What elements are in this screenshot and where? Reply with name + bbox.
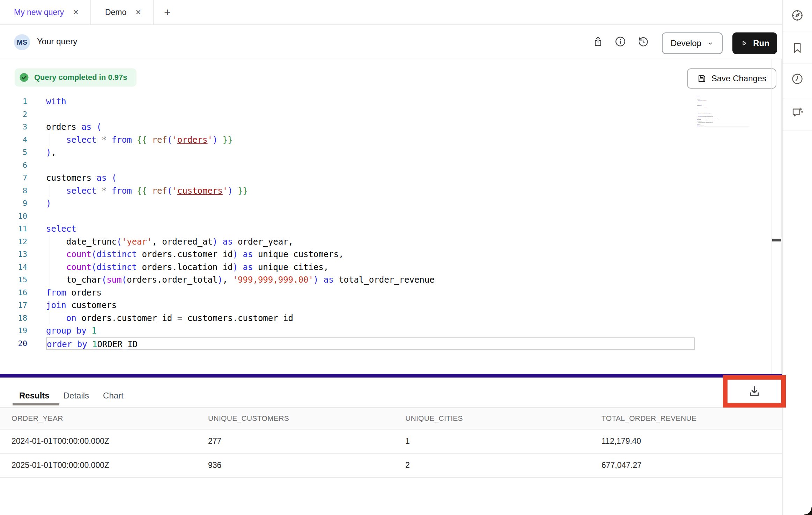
code-line[interactable] <box>46 108 695 121</box>
code-line[interactable]: count(distinct orders.customer_id) as un… <box>46 248 695 261</box>
scroll-position-marker[interactable] <box>772 239 781 241</box>
code-line[interactable]: select * from {{ ref('orders') }} <box>46 134 695 147</box>
sql-editor[interactable]: Query completed in 0.97s Save Changes 12… <box>0 59 782 374</box>
code-line[interactable]: select * from {{ ref('customers') }} <box>46 185 695 197</box>
query-status-badge: Query completed in 0.97s <box>15 68 136 87</box>
code-line[interactable]: select <box>46 223 695 236</box>
run-label: Run <box>753 38 769 48</box>
new-tab-button[interactable]: + <box>154 0 181 24</box>
play-icon <box>740 39 748 47</box>
code-content[interactable]: withorders as ( select * from {{ ref('or… <box>46 95 695 350</box>
table-body: 2024-01-01T00:00:00.000Z2771112,179.4020… <box>0 430 782 478</box>
tab-chart[interactable]: Chart <box>103 391 124 401</box>
code-line[interactable] <box>46 159 695 172</box>
line-number-gutter: 1234567891011121314151617181920 <box>0 95 27 350</box>
run-button[interactable]: Run <box>732 32 777 54</box>
sidebar-divider <box>783 130 812 131</box>
ai-assistant-icon[interactable] <box>791 106 804 119</box>
table-row: 2024-01-01T00:00:00.000Z2771112,179.40 <box>0 430 782 454</box>
code-line[interactable]: group by 1 <box>46 324 695 337</box>
info-icon[interactable] <box>614 36 626 47</box>
develop-label: Develop <box>671 38 701 48</box>
history-clock-icon[interactable] <box>791 73 804 85</box>
active-tab-indicator <box>13 403 59 405</box>
table-cell: 1 <box>394 436 590 446</box>
history-icon[interactable] <box>637 36 649 47</box>
query-header: MS Your query Develop Run <box>0 25 782 59</box>
download-icon <box>748 385 761 398</box>
tab-results[interactable]: Results <box>19 391 50 401</box>
table-cell: 2025-01-01T00:00:00.000Z <box>0 461 197 470</box>
table-row: 2025-01-01T00:00:00.000Z9362677,047.27 <box>0 454 782 478</box>
code-line[interactable]: order by 1ORDER_ID <box>46 337 695 350</box>
tab-demo[interactable]: Demo × <box>91 0 154 24</box>
code-line[interactable]: join customers <box>46 299 695 312</box>
save-icon <box>697 74 707 83</box>
code-line[interactable]: count(distinct orders.location_id) as un… <box>46 261 695 274</box>
code-line[interactable]: order by 1ORDER_ID <box>697 125 750 126</box>
code-line[interactable]: orders as ( <box>46 121 695 134</box>
column-header: TOTAL_ORDER_REVENUE <box>590 414 782 423</box>
tab-bar: My new query × Demo × + <box>0 0 782 25</box>
code-line[interactable]: date_trunc('year', ordered_at) as order_… <box>46 236 695 248</box>
app-window: My new query × Demo × + MS Your query De… <box>0 0 812 515</box>
download-results-button[interactable] <box>748 385 761 398</box>
code-line[interactable]: ) <box>46 197 695 210</box>
column-header: UNIQUE_CUSTOMERS <box>197 414 394 423</box>
table-cell: 2 <box>394 461 590 470</box>
code-line[interactable]: from orders <box>46 286 695 299</box>
table-cell: 112,179.40 <box>590 436 782 446</box>
column-header: ORDER_YEAR <box>0 414 197 423</box>
compass-icon[interactable] <box>791 9 804 22</box>
code-line[interactable]: with <box>46 95 695 108</box>
table-cell: 2024-01-01T00:00:00.000Z <box>0 436 197 446</box>
tab-details[interactable]: Details <box>64 391 89 401</box>
close-icon[interactable]: × <box>135 8 141 17</box>
panel-resize-divider[interactable] <box>0 374 782 378</box>
tab-label: Demo <box>105 8 126 17</box>
page-title: Your query <box>37 37 77 46</box>
sidebar-divider <box>783 98 812 98</box>
table-cell: 677,047.27 <box>590 461 782 470</box>
table-cell: 277 <box>197 436 394 446</box>
close-icon[interactable]: × <box>73 8 79 17</box>
avatar: MS <box>14 34 30 50</box>
right-sidebar <box>782 0 812 515</box>
code-line[interactable] <box>46 210 695 223</box>
save-label: Save Changes <box>711 74 766 83</box>
sidebar-divider <box>783 31 812 31</box>
column-header: UNIQUE_CITIES <box>394 414 590 423</box>
sidebar-divider <box>783 64 812 64</box>
minimap[interactable]: withorders as ( select * from {{ ref('or… <box>697 95 750 186</box>
table-header-row: ORDER_YEARUNIQUE_CUSTOMERSUNIQUE_CITIEST… <box>0 407 782 430</box>
table-cell: 936 <box>197 461 394 470</box>
status-text: Query completed in 0.97s <box>34 73 127 82</box>
code-line[interactable]: to_char(sum(orders.order_total), '999,99… <box>46 274 695 286</box>
develop-dropdown[interactable]: Develop <box>662 32 723 54</box>
success-check-icon <box>19 72 29 83</box>
tab-my-new-query[interactable]: My new query × <box>0 0 91 24</box>
results-tab-bar: Results Details Chart <box>19 391 124 401</box>
bookmark-icon[interactable] <box>791 42 804 54</box>
results-panel: Results Details Chart ORDER_YEARUNIQUE_C… <box>0 378 782 515</box>
window-corner <box>804 507 812 515</box>
share-icon[interactable] <box>592 36 604 47</box>
code-line[interactable]: customers as ( <box>46 172 695 185</box>
code-line[interactable]: on orders.customer_id = customers.custom… <box>46 312 695 325</box>
save-changes-button[interactable]: Save Changes <box>687 68 776 89</box>
chevron-down-icon <box>707 40 714 47</box>
tab-label: My new query <box>14 8 64 17</box>
overview-ruler[interactable] <box>772 59 782 374</box>
annotation-highlight <box>723 375 786 408</box>
code-line[interactable]: ), <box>46 146 695 159</box>
